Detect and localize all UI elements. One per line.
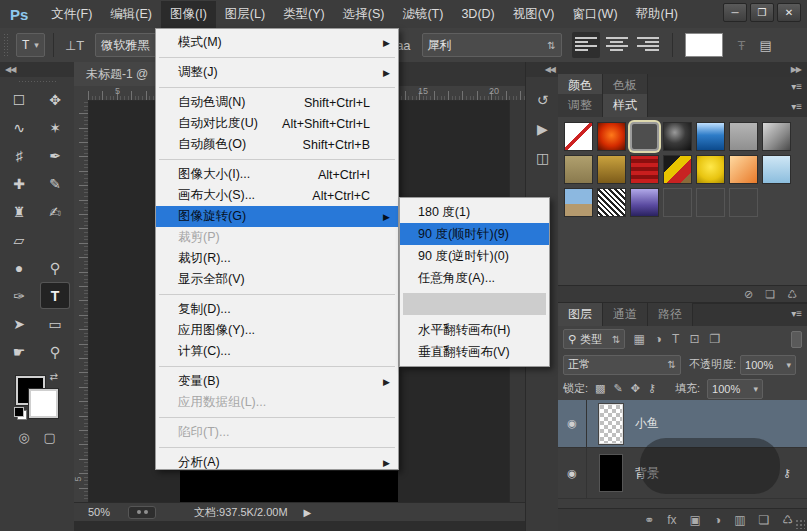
menubar-item[interactable]: 视图(V)	[504, 1, 564, 28]
panel-tab[interactable]: 图层	[558, 303, 603, 326]
toolbox-grip[interactable]	[18, 80, 56, 84]
layer-row[interactable]: ◉ 小鱼 ⚷	[558, 400, 807, 448]
close-button[interactable]: ✕	[777, 3, 801, 22]
submenu-item[interactable]: 水平翻转画布(H)	[400, 319, 549, 341]
style-light-blue[interactable]	[762, 155, 791, 184]
lock-transparent-pixels-icon[interactable]: ▩	[595, 382, 605, 395]
style-landscape[interactable]	[564, 188, 593, 217]
menu-item[interactable]: 图像大小(I)... Alt+Ctrl+I ▶	[156, 164, 398, 185]
3d-panel-icon[interactable]: ◫	[528, 145, 557, 171]
menu-item[interactable]: 变量(B) ▶	[156, 371, 398, 392]
menubar-item[interactable]: 窗口(W)	[563, 1, 626, 28]
menu-item[interactable]: 自动对比度(U) Alt+Shift+Ctrl+L ▶	[156, 113, 398, 134]
screen-mode-button[interactable]: ▢	[44, 430, 56, 445]
align-center-button[interactable]	[603, 32, 631, 58]
history-brush-tool[interactable]: ✍	[41, 199, 69, 224]
menu-item[interactable]: ▶	[159, 87, 395, 88]
background-color-swatch[interactable]	[29, 389, 58, 418]
menu-item[interactable]: ▶	[159, 417, 395, 418]
menu-item[interactable]: ▶	[159, 294, 395, 295]
menubar-item[interactable]: 文件(F)	[42, 1, 101, 28]
minimize-button[interactable]: ─	[723, 3, 747, 22]
filtering-toggle[interactable]	[791, 331, 802, 348]
menu-item[interactable]: 应用图像(Y)... ▶	[156, 320, 398, 341]
opacity-select[interactable]: 100% ▾	[740, 355, 796, 375]
panel-tab[interactable]: 调整	[558, 94, 603, 117]
new-style-button[interactable]: ❏	[765, 288, 775, 301]
maximize-button[interactable]: ❐	[750, 3, 774, 22]
style-yellow-button[interactable]	[696, 155, 725, 184]
panel-menu-icon[interactable]: ▾≡	[791, 81, 802, 92]
panel-menu-icon[interactable]: ▾≡	[791, 308, 802, 319]
eraser-tool[interactable]: ▱	[5, 227, 33, 252]
menu-item[interactable]: 调整(J) ▶	[156, 62, 398, 83]
document-tab[interactable]: 未标题-1 @	[74, 62, 161, 86]
panel-tab[interactable]: 通道	[603, 303, 648, 326]
new-adjustment-layer-icon[interactable]: ◑	[714, 513, 721, 527]
align-left-button[interactable]	[572, 32, 600, 58]
style-gray-bevel[interactable]	[762, 122, 791, 151]
menu-item[interactable]: 应用数据组(L)... ▶	[156, 392, 398, 413]
add-layer-mask-icon[interactable]: ▣	[690, 513, 701, 527]
default-colors-icon[interactable]	[14, 407, 27, 420]
toolbox-collapse-button[interactable]: ◀◀	[0, 62, 74, 77]
text-orientation-icon[interactable]: ⊥T	[65, 38, 84, 53]
style-purple[interactable]	[630, 188, 659, 217]
menu-item[interactable]: 画布大小(S)... Alt+Ctrl+C ▶	[156, 185, 398, 206]
menu-item[interactable]: 自动颜色(O) Shift+Ctrl+B ▶	[156, 134, 398, 155]
menu-item[interactable]: 陷印(T)... ▶	[156, 422, 398, 443]
menubar-item[interactable]: 类型(Y)	[274, 1, 334, 28]
layer-visibility-toggle[interactable]: ◉	[558, 400, 587, 447]
shape-tool[interactable]: ▭	[41, 311, 69, 336]
menu-item[interactable]: 复制(D)... ▶	[156, 299, 398, 320]
menu-item[interactable]: ▶	[159, 57, 395, 58]
toggle-panels-icon[interactable]: ▤	[760, 38, 772, 53]
menubar-item[interactable]: 滤镜(T)	[393, 1, 452, 28]
filter-smart-objects-icon[interactable]: ❐	[709, 332, 720, 346]
menu-item[interactable]: 自动色调(N) Shift+Ctrl+L ▶	[156, 92, 398, 113]
submenu-item[interactable]: 90 度(逆时针)(0)	[400, 245, 549, 267]
menu-item[interactable]: 裁切(R)... ▶	[156, 248, 398, 269]
dock-expand-button[interactable]: ◀◀	[526, 62, 559, 77]
menubar-item[interactable]: 图层(L)	[216, 1, 274, 28]
magic-wand-tool[interactable]: ✶	[41, 115, 69, 140]
style-multicolor[interactable]	[663, 155, 692, 184]
style-orange-gradient[interactable]	[729, 155, 758, 184]
eyedropper-tool[interactable]: ✒	[41, 143, 69, 168]
dodge-tool[interactable]: ⚲	[41, 255, 69, 280]
lock-all-icon[interactable]: ⚷	[648, 382, 656, 395]
type-tool[interactable]: T	[41, 283, 69, 308]
clear-style-button[interactable]: ⊘	[744, 288, 753, 301]
anti-alias-select[interactable]: 犀利 ⇅	[422, 33, 562, 57]
brush-tool[interactable]: ✎	[41, 171, 69, 196]
blur-tool[interactable]: ●	[5, 255, 33, 280]
style-empty-slot[interactable]	[729, 188, 758, 217]
style-default-selected[interactable]	[630, 122, 659, 151]
filter-adjustment-layers-icon[interactable]: ◑	[655, 332, 662, 346]
panel-tab[interactable]: 样式	[603, 94, 648, 117]
actions-panel-icon[interactable]: ▶	[528, 116, 557, 142]
menubar-item[interactable]: 选择(S)	[334, 1, 394, 28]
menubar-item[interactable]: 3D(D)	[452, 2, 503, 26]
layer-effects-icon[interactable]: fx	[667, 513, 676, 527]
rectangular-marquee-tool[interactable]: ☐	[5, 87, 33, 112]
menu-item[interactable]: ▶	[159, 159, 395, 160]
lock-image-pixels-icon[interactable]: ✎	[613, 382, 622, 395]
layer-thumbnail[interactable]	[599, 404, 623, 444]
filter-pixel-layers-icon[interactable]: ▦	[633, 332, 644, 346]
options-bar-grip[interactable]	[3, 33, 8, 57]
menubar-item[interactable]: 帮助(H)	[627, 1, 687, 28]
canvas[interactable]	[180, 471, 398, 502]
style-dark-sphere[interactable]	[663, 122, 692, 151]
menu-item[interactable]: 显示全部(V) ▶	[156, 269, 398, 290]
menu-item[interactable]: 裁剪(P) ▶	[156, 227, 398, 248]
text-color-swatch[interactable]	[685, 33, 723, 57]
align-right-button[interactable]	[634, 32, 662, 58]
delete-layer-icon[interactable]: ♺	[782, 513, 793, 527]
new-layer-icon[interactable]: ❏	[758, 513, 769, 527]
style-none[interactable]	[564, 122, 593, 151]
clone-stamp-tool[interactable]: ♜	[5, 199, 33, 224]
style-red-glow[interactable]	[597, 122, 626, 151]
zoom-level-field[interactable]: 50%	[88, 506, 128, 518]
lasso-tool[interactable]: ∿	[5, 115, 33, 140]
